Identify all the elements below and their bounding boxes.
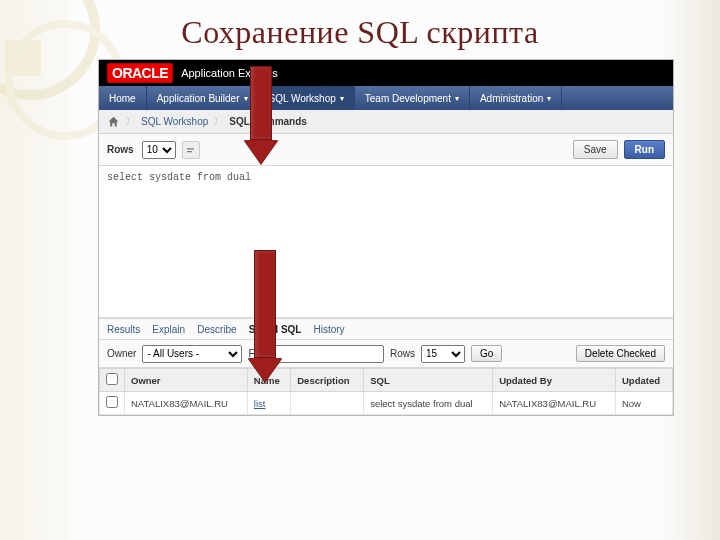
sql-editor[interactable]: select sysdate from dual (99, 166, 673, 318)
nav-admin-label: Administration (480, 93, 543, 104)
tab-explain[interactable]: Explain (152, 324, 185, 335)
nav-home-label: Home (109, 93, 136, 104)
go-button[interactable]: Go (471, 345, 502, 362)
rows-label: Rows (107, 144, 134, 155)
nav-app-builder[interactable]: Application Builder▾ (147, 86, 259, 110)
save-button[interactable]: Save (573, 140, 618, 159)
filter-rows-label: Rows (390, 348, 415, 359)
clear-button[interactable] (182, 141, 200, 159)
app-window: ORACLE Application Express Home Applicat… (98, 59, 674, 416)
run-button[interactable]: Run (624, 140, 665, 159)
filter-rows-select[interactable]: 15 (421, 345, 465, 363)
rows-select[interactable]: 10 (142, 141, 176, 159)
chevron-down-icon: ▾ (547, 94, 551, 103)
app-name: Application Express (181, 67, 278, 79)
oracle-logo: ORACLE (107, 63, 173, 83)
table-header-row: Owner Name Description SQL Updated By Up… (100, 369, 673, 392)
home-icon[interactable] (107, 115, 120, 128)
cell-updated-by: NATALIX83@MAIL.RU (493, 392, 616, 415)
col-name[interactable]: Name (247, 369, 290, 392)
saved-sql-filterbar: Owner - All Users - Find Rows 15 Go Dele… (99, 340, 673, 368)
row-checkbox[interactable] (106, 396, 118, 408)
nav-team-dev[interactable]: Team Development▾ (355, 86, 470, 110)
cell-sql: select sysdate from dual (364, 392, 493, 415)
tab-saved-sql[interactable]: Saved SQL (249, 324, 302, 335)
find-input[interactable] (274, 345, 384, 363)
col-updated[interactable]: Updated (615, 369, 672, 392)
crumb-sql-workshop[interactable]: SQL Workshop (141, 116, 208, 127)
nav-team-dev-label: Team Development (365, 93, 451, 104)
cell-desc (291, 392, 364, 415)
cell-name-link[interactable]: list (254, 398, 266, 409)
nav-sql-workshop-label: SQL Workshop (269, 93, 336, 104)
find-label: Find (248, 348, 267, 359)
chevron-down-icon: ▾ (455, 94, 459, 103)
nav-home[interactable]: Home (99, 86, 147, 110)
slide-title: Сохранение SQL скрипта (0, 0, 720, 59)
nav-app-builder-label: Application Builder (157, 93, 240, 104)
sql-toolbar: Rows 10 Save Run (99, 134, 673, 166)
breadcrumb-sep-icon: 〉 (214, 115, 223, 128)
sql-text: select sysdate from dual (107, 172, 251, 183)
crumb-sql-commands: SQL Commands (229, 116, 307, 127)
col-owner[interactable]: Owner (125, 369, 248, 392)
cell-updated: Now (615, 392, 672, 415)
saved-sql-table: Owner Name Description SQL Updated By Up… (99, 368, 673, 415)
owner-label: Owner (107, 348, 136, 359)
nav-admin[interactable]: Administration▾ (470, 86, 562, 110)
result-tabs: Results Explain Describe Saved SQL Histo… (99, 318, 673, 340)
col-updated-by[interactable]: Updated By (493, 369, 616, 392)
select-all-checkbox[interactable] (106, 373, 118, 385)
cell-owner: NATALIX83@MAIL.RU (125, 392, 248, 415)
chevron-down-icon: ▾ (340, 94, 344, 103)
col-sql[interactable]: SQL (364, 369, 493, 392)
owner-select[interactable]: - All Users - (142, 345, 242, 363)
tab-history[interactable]: History (313, 324, 344, 335)
delete-checked-button[interactable]: Delete Checked (576, 345, 665, 362)
main-nav: Home Application Builder▾ SQL Workshop▾ … (99, 86, 673, 110)
table-row: NATALIX83@MAIL.RU list select sysdate fr… (100, 392, 673, 415)
tab-results[interactable]: Results (107, 324, 140, 335)
breadcrumb: 〉 SQL Workshop 〉 SQL Commands (99, 110, 673, 134)
chevron-down-icon: ▾ (244, 94, 248, 103)
breadcrumb-sep-icon: 〉 (126, 115, 135, 128)
nav-sql-workshop[interactable]: SQL Workshop▾ (259, 86, 355, 110)
tab-describe[interactable]: Describe (197, 324, 236, 335)
col-desc[interactable]: Description (291, 369, 364, 392)
brand-bar: ORACLE Application Express (99, 60, 673, 86)
